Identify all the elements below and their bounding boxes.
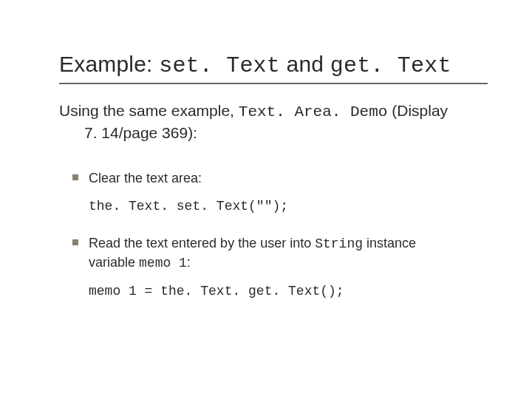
lead-code: Text. Area. Demo: [239, 103, 388, 120]
title-prefix: Example:: [59, 52, 159, 76]
code-line: the. Text. set. Text("");: [89, 197, 488, 215]
code-line: memo 1 = the. Text. get. Text();: [89, 282, 488, 300]
item-mid: instance: [363, 236, 416, 250]
title-code-1: set. Text: [159, 53, 280, 78]
list-item: Clear the text area: the. Text. set. Tex…: [72, 169, 488, 216]
title-mid: and: [280, 52, 330, 76]
item-line2b: :: [187, 255, 191, 270]
list-item: Read the text entered by the user into S…: [72, 234, 488, 300]
item-line2a: variable: [89, 255, 139, 270]
lead-line1-a: Using the same example,: [59, 102, 239, 119]
title-rule: [59, 83, 488, 84]
item-line2: variable memo 1:: [89, 253, 488, 272]
bullet-list: Clear the text area: the. Text. set. Tex…: [59, 169, 488, 300]
slide-title: Example: set. Text and get. Text: [59, 52, 488, 78]
lead-line2: 7. 14/page 369):: [59, 123, 488, 143]
slide: Example: set. Text and get. Text Using t…: [0, 0, 532, 399]
item-line1: Read the text entered by the user into S…: [89, 234, 488, 253]
lead-paragraph: Using the same example, Text. Area. Demo…: [59, 100, 488, 144]
title-code-2: get. Text: [330, 53, 451, 78]
inline-code: memo 1: [139, 256, 187, 270]
lead-line1-b: (Display: [387, 102, 448, 119]
item-text: Clear the text area:: [89, 171, 202, 185]
inline-code: String: [315, 236, 363, 251]
item-pre: Read the text entered by the user into: [89, 236, 315, 250]
